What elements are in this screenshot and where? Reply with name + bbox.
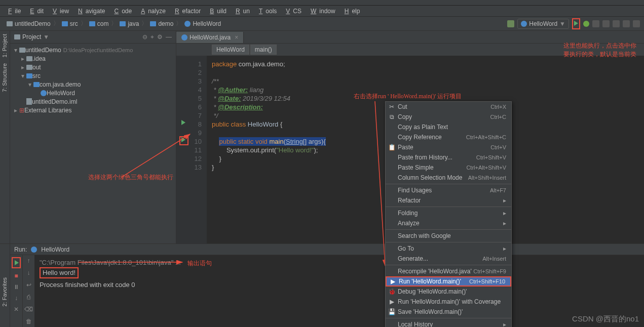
target-icon[interactable]: ⌖: [150, 33, 154, 40]
menu-item[interactable]: ✂CutCtrl+X: [386, 102, 511, 112]
editor-gutter[interactable]: 12345678910111213: [176, 56, 207, 243]
gutter-run-icon[interactable]: [181, 120, 185, 125]
down-icon[interactable]: ↓: [15, 295, 18, 302]
run-toolbar: ■ ⏸ ↓ ✕: [10, 255, 22, 327]
tree-item[interactable]: ▾ com.java.demo: [10, 80, 176, 89]
menu-item[interactable]: Folding▸: [386, 208, 511, 218]
search-icon[interactable]: [633, 20, 640, 27]
menu-item[interactable]: Generate...Alt+Insert: [386, 254, 511, 264]
menu-item[interactable]: Find UsagesAlt+F7: [386, 185, 511, 195]
editor-tab[interactable]: HelloWord.java ×: [176, 32, 244, 43]
run-tool-window: 2: Favorites Run: HelloWord ■ ⏸ ↓ ✕ ↑ ↓ …: [0, 243, 644, 327]
project-tab[interactable]: 1: Project: [0, 31, 9, 60]
project-tree[interactable]: ▾ untitledDemoD:\IdeaProject\untitledDem…: [10, 44, 176, 116]
toolbar-icon[interactable]: [623, 20, 630, 27]
run-button-highlighted[interactable]: [572, 18, 580, 29]
menu-item[interactable]: Go To▸: [386, 243, 511, 254]
annotation-context: 右击选择run ' HelloWord.main()' 运行项目: [354, 92, 462, 101]
code-line[interactable]: /**: [212, 77, 644, 86]
collapse-icon[interactable]: ⊖: [142, 33, 147, 40]
rerun-button-highlighted[interactable]: [12, 257, 21, 268]
trash-icon[interactable]: 🗑: [26, 318, 32, 325]
menu-item[interactable]: 🐞Debug 'HelloWord.main()': [386, 287, 511, 297]
menu-item[interactable]: ⧉CopyCtrl+C: [386, 112, 511, 122]
pause-icon[interactable]: ⏸: [13, 283, 19, 291]
menu-build[interactable]: Build: [204, 8, 230, 15]
tree-item[interactable]: untitledDemo.iml: [10, 97, 176, 106]
print-icon[interactable]: ⎙: [27, 294, 30, 301]
menu-file[interactable]: File: [2, 8, 24, 15]
favorites-tab[interactable]: 2: Favorites: [0, 274, 9, 309]
menu-item[interactable]: ▶Run 'HelloWord.main()' with Coverage: [386, 297, 511, 307]
wrap-icon[interactable]: ↩: [26, 281, 31, 289]
menu-tools[interactable]: Tools: [253, 8, 280, 15]
close-icon[interactable]: ×: [235, 34, 238, 41]
console-cmd: "C:\Program Files\Java\jdk1.8.0_101\bin\…: [40, 258, 639, 267]
breadcrumb-item[interactable]: untitledDemo: [4, 20, 53, 27]
tab-label: HelloWord.java: [190, 34, 231, 41]
code-line[interactable]: [212, 68, 644, 77]
menu-item[interactable]: ▶Run 'HelloWord.main()'Ctrl+Shift+F10: [386, 276, 511, 287]
tree-item[interactable]: ▸ out: [10, 63, 176, 71]
bc-item[interactable]: main(): [250, 45, 277, 55]
tree-item[interactable]: HelloWord: [10, 89, 176, 97]
menu-code[interactable]: Code: [108, 8, 135, 15]
folder-icon: [150, 21, 156, 26]
stop-button[interactable]: ■: [14, 272, 18, 279]
annotation-gutter: 选择这两个绿色三角号都能执行: [88, 173, 173, 182]
menu-item[interactable]: Column Selection ModeAlt+Shift+Insert: [386, 173, 511, 183]
tree-item[interactable]: ▾ untitledDemoD:\IdeaProject\untitledDem…: [10, 46, 176, 54]
menu-run[interactable]: Run: [230, 8, 253, 15]
menu-item[interactable]: 📋PasteCtrl+V: [386, 142, 511, 152]
up-icon[interactable]: ↑: [27, 257, 30, 264]
console-output[interactable]: "C:\Program Files\Java\jdk1.8.0_101\bin\…: [34, 255, 644, 327]
clear-icon[interactable]: ⌫: [24, 306, 33, 313]
run-config-label: HelloWord: [529, 20, 557, 27]
gear-icon[interactable]: ⚙: [157, 33, 163, 40]
close-icon[interactable]: ✕: [14, 306, 19, 313]
down-icon[interactable]: ↓: [27, 269, 30, 276]
menu-item[interactable]: Paste from History...Ctrl+Shift+V: [386, 152, 511, 162]
debug-button[interactable]: [583, 21, 589, 27]
menu-item[interactable]: Paste SimpleCtrl+Alt+Shift+V: [386, 162, 511, 173]
menu-icon: 🐞: [388, 288, 395, 295]
tree-item[interactable]: ▸ .idea: [10, 54, 176, 63]
tree-item[interactable]: ▸⊞ External Libraries: [10, 106, 176, 114]
toolbar-icon[interactable]: [613, 20, 620, 27]
menu-analyze[interactable]: Analyze: [135, 8, 169, 15]
build-icon[interactable]: [507, 20, 514, 27]
menu-item[interactable]: Search with Google: [386, 231, 511, 241]
code-line[interactable]: package com.java.demo;: [212, 60, 644, 68]
menu-item[interactable]: Recompile 'HelloWord.java'Ctrl+Shift+F9: [386, 266, 511, 276]
menu-item[interactable]: Copy as Plain Text: [386, 122, 511, 132]
menu-item[interactable]: Refactor▸: [386, 195, 511, 206]
console-output-line: Hello word!: [40, 267, 79, 278]
menu-vcs[interactable]: VCS: [280, 8, 305, 15]
stop-button[interactable]: [602, 20, 610, 27]
menu-item[interactable]: Analyze▸: [386, 218, 511, 228]
tree-item[interactable]: ▾ src: [10, 71, 176, 80]
coverage-button[interactable]: [592, 20, 599, 27]
context-menu[interactable]: ✂CutCtrl+X⧉CopyCtrl+CCopy as Plain TextC…: [385, 101, 512, 327]
breadcrumb-item[interactable]: HelloWord: [182, 20, 223, 27]
menu-item[interactable]: 💾Save 'HelloWord.main()': [386, 307, 511, 317]
menu-refactor[interactable]: Refactor: [169, 8, 204, 15]
menu-edit[interactable]: Edit: [24, 8, 47, 15]
breadcrumb-item[interactable]: com: [87, 20, 111, 27]
hide-icon[interactable]: ―: [166, 33, 172, 40]
breadcrumb-item[interactable]: demo: [147, 20, 176, 27]
menu-item[interactable]: Copy ReferenceCtrl+Alt+Shift+C: [386, 132, 511, 142]
menu-help[interactable]: Help: [338, 8, 363, 15]
class-icon: [181, 34, 187, 40]
menu-item[interactable]: Local History▸: [386, 319, 511, 327]
run-config-selector[interactable]: HelloWord ▼: [517, 19, 569, 29]
menu-window[interactable]: Window: [305, 8, 338, 15]
menu-view[interactable]: View: [47, 8, 72, 15]
breadcrumb-item[interactable]: java: [117, 20, 141, 27]
menu-navigate[interactable]: Navigate: [72, 8, 108, 15]
play-icon: [574, 21, 578, 26]
console-exit: Process finished with exit code 0: [40, 280, 639, 290]
bc-item[interactable]: HelloWord: [212, 45, 249, 55]
breadcrumb-item[interactable]: src: [59, 20, 81, 27]
structure-tab[interactable]: 7: Structure: [0, 60, 9, 95]
